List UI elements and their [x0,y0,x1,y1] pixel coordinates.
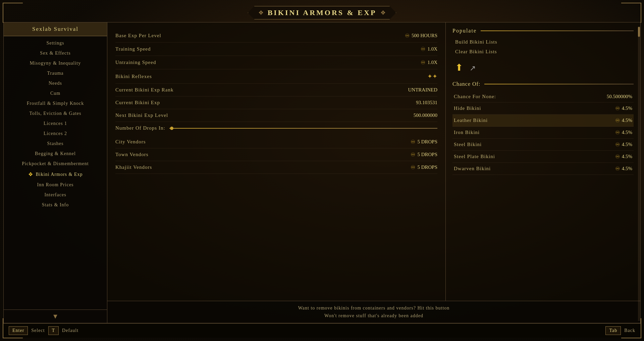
bikini-row-steel-plate[interactable]: Steel Plate Bikini ♾ 4.5% [452,151,634,163]
steel-bikini-chance: ♾ 4.5% [615,141,632,148]
sidebar-item-misogyny[interactable]: Misogyny & Inequality [4,58,107,68]
inf-icon-steel: ♾ [615,141,620,148]
title-icon-left: ❖ [258,9,264,16]
hide-bikini-value: 4.5% [622,106,632,111]
title-bar-inner: ❖ BIKINI ARMORS & EXP ❖ [248,6,396,19]
khajiit-vendors-value: ♾ 5 DROPS [411,164,437,170]
active-nav-icon: ❖ [28,171,33,178]
sidebar-item-trauma[interactable]: Trauma [4,68,107,78]
bikini-row-iron[interactable]: Iron Bikini ♾ 4.5% [452,127,634,139]
infinity-icon-2: ♾ [421,46,425,52]
training-speed-value: ♾ 1.0X [421,46,437,52]
sidebar-item-inn-room[interactable]: Inn Room Prices [4,180,107,190]
inf-icon-hide: ♾ [615,105,620,112]
title-bar: ❖ BIKINI ARMORS & EXP ❖ [3,3,641,21]
sidebar-item-tolls[interactable]: Tolls, Eviction & Gates [4,109,107,119]
stat-row-current-rank: Current Bikini Exp Rank UNTRAINED [115,84,437,96]
action-buttons: Build Bikini Lists Clear Bikini Lists [452,38,634,56]
hide-bikini-chance: ♾ 4.5% [615,105,632,112]
sidebar-item-frostfall[interactable]: Frostfall & Simply Knock [4,98,107,109]
bottom-controls: Enter Select T Default Tab Back [3,323,641,338]
bikini-row-leather[interactable]: Leather Bikini ♾ 4.5% [452,115,634,127]
base-exp-value: ♾ 500 HOURS [405,32,437,39]
dwarven-bikini-chance: ♾ 4.5% [615,165,632,172]
arrow-cursor-row: ⬆ ↗ [452,61,634,76]
iron-bikini-label: Iron Bikini [454,130,480,135]
inf-icon-dwarven: ♾ [615,165,620,172]
dwarven-bikini-value: 4.5% [622,166,632,172]
drop-row-city: City Vendors ♾ 5 DROPS [115,136,437,148]
steel-plate-bikini-chance: ♾ 4.5% [615,153,632,160]
infinity-icon-1: ♾ [405,32,410,39]
enter-label: Select [31,328,45,333]
sidebar-item-bikini-label: Bikini Armors & Exp [36,172,83,177]
sidebar-item-cum[interactable]: Cum [4,88,107,98]
bikini-row-steel[interactable]: Steel Bikini ♾ 4.5% [452,139,634,151]
clear-bikini-lists-button[interactable]: Clear Bikini Lists [452,48,634,56]
chance-header: Chance Of: [452,81,634,87]
stat-row-bikini-reflexes: Bikini Reflexes ✦✦ [115,69,437,84]
content-area: Sexlab Survival Settings Sex & Effects M… [3,22,641,323]
infinity-icon-khajiit: ♾ [411,164,415,170]
town-vendors-label: Town Vendors [115,152,149,157]
sidebar-item-sex-effects[interactable]: Sex & Effects [4,48,107,58]
stat-row-current-exp: Current Bikini Exp 93.103531 [115,96,437,109]
sidebar-nav[interactable]: Settings Sex & Effects Misogyny & Inequa… [4,36,107,310]
untraining-speed-number: 1.0X [427,60,437,65]
stat-row-base-exp: Base Exp Per Level ♾ 500 HOURS [115,29,437,43]
untraining-speed-label: Untraining Speed [115,60,156,65]
drops-header-label: Number Of Drops In: [115,125,165,131]
steel-plate-bikini-value: 4.5% [622,154,632,159]
drops-slider[interactable] [169,128,437,129]
dwarven-bikini-label: Dwarven Bikini [454,166,491,172]
sidebar-item-licences1[interactable]: Licences 1 [4,119,107,129]
inf-icon-leather: ♾ [615,117,620,124]
sidebar-item-bikini[interactable]: ❖ Bikini Armors & Exp [4,169,107,180]
town-drops-number: 5 DROPS [417,152,437,157]
bikini-row-hide[interactable]: Hide Bikini ♾ 4.5% [452,103,634,115]
training-speed-number: 1.0X [427,46,437,52]
stat-row-untraining-speed: Untraining Speed ♾ 1.0X [115,56,437,69]
drops-section: Number Of Drops In: City Vendors ♾ 5 DRO… [115,125,437,174]
chance-label: Chance Of: [452,81,480,87]
chance-slider[interactable] [484,84,634,84]
base-exp-number: 500 HOURS [412,33,437,39]
sidebar-item-pickpocket[interactable]: Pickpocket & Dismemberment [4,159,107,169]
sidebar-item-stats[interactable]: Stats & Info [4,200,107,210]
populate-section: Populate Build Bikini Lists Clear Bikini… [452,28,634,76]
populate-slider[interactable] [481,30,634,31]
infinity-icon-city: ♾ [411,139,415,145]
populate-header: Populate [452,28,634,34]
sidebar-item-settings[interactable]: Settings [4,38,107,48]
corner-decoration-tr [621,3,641,23]
leather-bikini-label: Leather Bikini [454,118,488,123]
steel-plate-bikini-label: Steel Plate Bikini [454,154,495,159]
inf-icon-iron: ♾ [615,129,620,136]
arrow-up-icon[interactable]: ⬆ [455,62,463,73]
chance-for-none-value: 50.500000% [607,94,632,99]
title-icon-right: ❖ [380,9,386,16]
city-vendors-label: City Vendors [115,139,146,145]
sidebar-item-needs[interactable]: Needs [4,78,107,88]
next-level-label: Next Bikini Exp Level [115,113,168,118]
sidebar-item-begging[interactable]: Begging & Kennel [4,149,107,159]
sidebar-item-licences2[interactable]: Licences 2 [4,129,107,139]
scroll-down-button[interactable]: ▼ [52,313,59,320]
page-title: BIKINI ARMORS & EXP [268,8,377,17]
bikini-row-dwarven[interactable]: Dwarven Bikini ♾ 4.5% [452,163,634,175]
scrollbar[interactable] [638,27,640,321]
sidebar-item-stashes[interactable]: Stashes [4,139,107,149]
current-rank-label: Current Bikini Exp Rank [115,87,173,93]
sidebar-title: Sexlab Survival [32,26,78,32]
stat-row-training-speed: Training Speed ♾ 1.0X [115,43,437,56]
populate-label: Populate [452,28,477,34]
t-key[interactable]: T [48,326,59,335]
panel-content: Base Exp Per Level ♾ 500 HOURS Training … [107,22,640,301]
infinity-icon-3: ♾ [421,59,425,66]
current-rank-value: UNTRAINED [408,87,438,93]
build-bikini-lists-button[interactable]: Build Bikini Lists [452,38,634,46]
tab-key[interactable]: Tab [605,326,621,335]
steel-bikini-label: Steel Bikini [454,142,482,147]
sidebar-item-interfaces[interactable]: Interfaces [4,190,107,200]
steel-bikini-value: 4.5% [622,142,632,147]
